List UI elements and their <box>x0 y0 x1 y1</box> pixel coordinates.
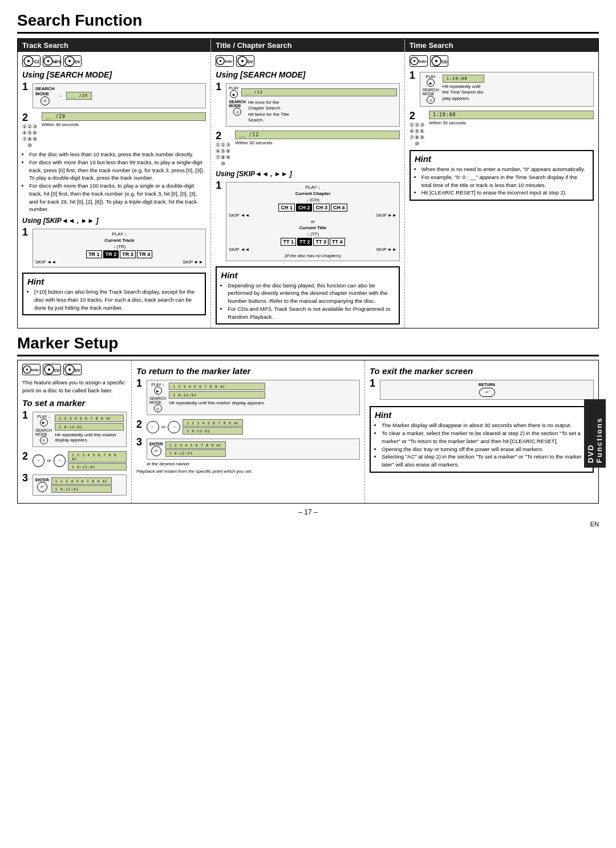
svg-text:MP3: MP3 <box>53 60 60 64</box>
svg-text:DVD: DVD <box>75 60 80 64</box>
cd-icon-time: CD <box>430 55 448 67</box>
marker-right-col: To exit the marker screen 1 RETURN ↩ Hin… <box>365 360 598 503</box>
main-search-grid: Track Search CD MP3 <box>17 38 599 328</box>
track-search-col: Track Search CD MP3 <box>18 39 211 328</box>
time-search-icons: DVD-V CD <box>410 55 594 67</box>
marker-return-step1: 1 PLAY ↓ ▶ SEARCHMODE ⊙ 1 2 3 4 5 6 7 8 … <box>136 378 360 417</box>
ch-skip-prev: SKIP ◄◄ <box>229 213 249 218</box>
en-label: EN <box>17 521 599 528</box>
svg-text:DVD-V: DVD-V <box>419 60 427 63</box>
marker-return-step1-diagram: PLAY ↓ ▶ SEARCHMODE ⊙ 1 2 3 4 5 6 7 8 9 … <box>147 380 360 415</box>
dvdv-icon-time: DVD-V <box>410 55 428 67</box>
time-hint-title: Hint <box>415 154 589 164</box>
time-search-col: Time Search DVD-V CD 1 <box>405 39 598 328</box>
track-skip-step1: 1 PLAY ↓ Current Track ↓ (TR) TR 1 TR 2 … <box>22 227 206 269</box>
chapter-skip-diagram: PLAY ↓ Current Chapter ↓ (CH) CH 1 CH 2 … <box>226 182 399 261</box>
time-within: Within 30 seconds <box>429 120 594 125</box>
cd-icon: CD <box>22 55 40 67</box>
chapter-hint-title: Hint <box>221 270 394 280</box>
svg-point-19 <box>435 60 437 62</box>
track-step1-lcd: __ /29 <box>66 92 92 100</box>
time-desc3: play appears. <box>443 96 470 101</box>
chapter-hint-bullet-2: For CDs and MP3, Track Search is not ava… <box>228 305 394 321</box>
title-chapter-icons: DVD-V DVD <box>216 55 399 67</box>
chapter-hint-bullet-1: Depending on the disc being played, this… <box>228 282 394 305</box>
svg-text:DVD-V: DVD-V <box>31 369 40 372</box>
time-hint-bullet-3: Hit [CLEAR/C.RESET] to erase the incorre… <box>422 189 589 197</box>
svg-point-4 <box>47 60 50 62</box>
time-hint-bullets: When there is no need to enter a number,… <box>415 165 589 197</box>
marker-icons: DVD-V CD DVD <box>22 364 127 375</box>
tt-items-row: TT 1 TT 2 TT 3 TT 4 <box>281 238 345 246</box>
marker-title: Marker Setup <box>17 334 599 356</box>
track-hint-bullets: [+10] button can also bring the Track Se… <box>27 288 201 311</box>
to-return-label: To return to the marker later <box>136 366 360 376</box>
marker-enter-label: ENTER <box>35 478 49 482</box>
marker-return-note: Playback will restart from the specific … <box>136 469 360 474</box>
track-bullet-2: For discs with more than 10 but less tha… <box>29 159 206 182</box>
marker-return-step1-desc: Hit repeatedly until this marker display… <box>169 400 265 405</box>
marker-hint-bullet-4: Selecting "AC" at step 2) in the section… <box>382 453 589 469</box>
page-title: Search Function <box>17 11 599 34</box>
track-hint-bullet-1: [+10] button can also bring the Track Se… <box>34 288 201 311</box>
marker-set-step1-desc: Hit repeatedly until this marker display… <box>55 432 124 443</box>
track-hint-box: Hint [+10] button can also bring the Tra… <box>22 273 206 315</box>
time-step1: 1 PLAY ▶ SEARCHMODE ⊙ 1:29:00 Hit <box>410 70 594 108</box>
marker-hint-box: Hint The Marker display will disappear i… <box>370 406 594 473</box>
to-set-marker-label: To set a marker <box>22 398 127 408</box>
title-chapter-header: Title / Chapter Search <box>211 39 404 52</box>
chapter-within: Within 30 seconds <box>235 140 399 145</box>
svg-text:CD: CD <box>34 59 39 64</box>
chapter-step1: 1 PLAY ▶ __ /12 SEARCHMODE <box>216 82 399 128</box>
marker-grid: DVD-V CD DVD This feature allows you to … <box>17 360 599 504</box>
svg-point-28 <box>68 368 71 371</box>
track-skip-prev: SKIP ◄◄ <box>35 259 56 265</box>
chapter-skip-step1: 1 PLAY ↓ Current Chapter ↓ (CH) CH 1 CH … <box>216 180 399 263</box>
time-desc2: the Time Search dis- <box>443 90 484 95</box>
chapter-hint-box: Hint Depending on the disc being played,… <box>216 266 399 325</box>
dvd-marker-icon: DVD <box>63 364 82 375</box>
return-or: or <box>161 424 165 429</box>
cd-marker-icon: CD <box>43 364 61 375</box>
marker-return-step3-note: at the desired marker <box>147 461 360 466</box>
svg-text:CD: CD <box>441 60 447 64</box>
time-step2: 2 ①②③ ④⑤⑥ ⑦⑧⑨ ⑩ 1:29:00 Within 30 second… <box>410 111 594 147</box>
time-desc1: Hit repeatedly until <box>443 84 480 89</box>
svg-point-25 <box>48 368 50 371</box>
time-hint-bullet-2: For example, "0: 0 : __" appears in the … <box>422 173 589 189</box>
chapter-hint2: Chapter Search. <box>248 106 281 111</box>
chapter-step1-diagram: PLAY ▶ __ /12 SEARCHMODE ⊙ Hit <box>226 83 399 127</box>
track-search-bullets: For the disc with less than 10 tracks, p… <box>22 151 206 213</box>
ch-skip-next: SKIP ►► <box>376 213 397 218</box>
dvd-icon2: DVD <box>236 55 254 67</box>
marker-set-step2: 2 ← or → 1 2 3 4 5 6 7 8 9 AC 1 0:12:01 <box>22 451 127 470</box>
track-tr-label: ↓ (TR) <box>113 244 125 249</box>
marker-set-step3-diagram: ENTER ↵ 1 2 3 4 5 6 7 8 9 AC 1 0:12:01 <box>33 474 127 496</box>
svg-text:DVD-V: DVD-V <box>225 60 233 63</box>
time-search-header: Time Search <box>405 39 598 52</box>
marker-hint-title: Hint <box>375 410 589 420</box>
marker-return-step3: 3 ENTER ↵ 1 2 3 4 5 6 7 8 9 AC 1 0:12:01 <box>136 437 360 466</box>
marker-hint-bullets: The Marker display will disappear in abo… <box>375 421 589 469</box>
marker-hint-bullet-2: To clear a marker, select the marker to … <box>382 429 589 445</box>
track-step2: 2 ①②③ ④⑤⑥ ⑦⑧⑨ ⑩ __ /29 Within 30 seconds <box>22 112 206 148</box>
svg-text:CD: CD <box>54 368 60 372</box>
svg-point-7 <box>68 60 71 62</box>
ch-items-row: CH 1 CH 2 CH 3 CH 4 <box>278 204 347 212</box>
marker-hint-bullet-1: The Marker display will disappear in abo… <box>382 421 589 429</box>
ch-label: ↓ (CH) <box>306 197 319 202</box>
time-step1-diagram: PLAY ▶ SEARCHMODE ⊙ 1:29:00 Hit repeated… <box>420 72 594 107</box>
track-bullet-1: For the disc with less than 10 tracks, p… <box>29 151 206 159</box>
chapter-step2: 2 ①②③ ④⑤⑥ ⑦⑧⑨ ⑩ __ /12 Within 30 seconds <box>216 131 399 167</box>
title-chapter-col: Title / Chapter Search DVD-V DVD Using [… <box>211 39 404 328</box>
track-step2-lcd: __ /29 <box>42 112 206 121</box>
svg-point-10 <box>220 60 221 62</box>
marker-set-step3: 3 ENTER ↵ 1 2 3 4 5 6 7 8 9 AC 1 0:12:01 <box>22 473 127 497</box>
marker-set-step1: 1 PLAY ↓ ▶ SEARCHMODE ⊙ 1 2 3 4 5 6 7 8 … <box>22 410 127 449</box>
track-current-track: Current Track <box>104 238 134 243</box>
svg-text:DVD: DVD <box>75 368 80 372</box>
svg-point-16 <box>413 60 415 62</box>
marker-exit-step1: 1 RETURN ↩ <box>370 378 594 401</box>
time-hint-box: Hint When there is no need to enter a nu… <box>410 150 594 201</box>
marker-middle-col: To return to the marker later 1 PLAY ↓ ▶… <box>132 360 365 503</box>
